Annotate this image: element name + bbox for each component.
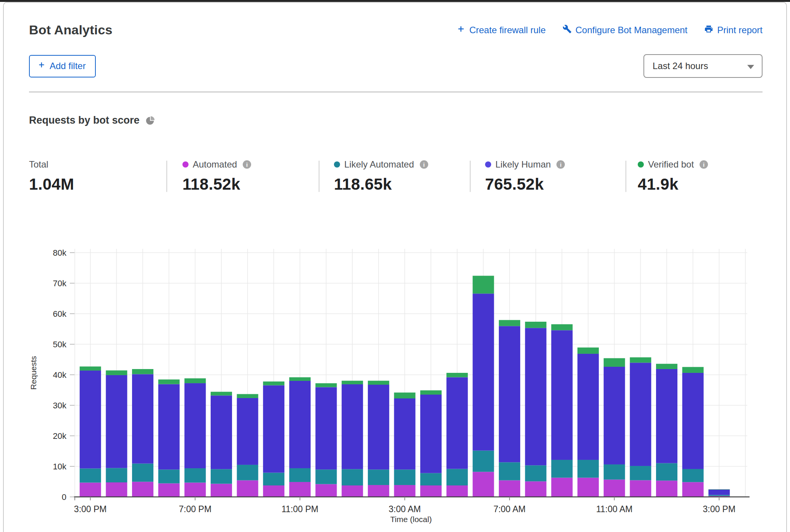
bar-segment-verified_bot[interactable] (263, 382, 284, 385)
bar-segment-automated[interactable] (237, 480, 258, 497)
bar-segment-likely_automated[interactable] (447, 469, 468, 485)
bar-segment-automated[interactable] (80, 483, 101, 497)
bar-segment-verified_bot[interactable] (394, 393, 416, 398)
bar-segment-automated[interactable] (472, 472, 494, 497)
bar-segment-likely_human[interactable] (630, 363, 651, 466)
bar-segment-automated[interactable] (394, 485, 416, 497)
bar-segment-likely_human[interactable] (420, 395, 442, 473)
bar-segment-likely_human[interactable] (447, 377, 468, 469)
bar-segment-automated[interactable] (342, 485, 363, 497)
bar-segment-verified_bot[interactable] (211, 392, 232, 396)
bar-segment-automated[interactable] (604, 480, 625, 497)
bar-segment-verified_bot[interactable] (80, 366, 101, 371)
bar-segment-automated[interactable] (132, 482, 153, 497)
add-filter-button[interactable]: Add filter (29, 55, 96, 77)
bar-segment-likely_automated[interactable] (158, 469, 180, 483)
bar-segment-likely_human[interactable] (708, 490, 730, 495)
bar-segment-verified_bot[interactable] (184, 378, 206, 383)
bar-segment-likely_human[interactable] (132, 374, 153, 463)
bar-segment-automated[interactable] (184, 483, 206, 497)
bar-segment-likely_automated[interactable] (630, 466, 651, 480)
info-icon[interactable]: i (700, 160, 708, 169)
bar-segment-verified_bot[interactable] (525, 322, 547, 328)
bar-segment-verified_bot[interactable] (708, 489, 730, 490)
bar-segment-likely_human[interactable] (551, 330, 572, 460)
info-icon[interactable]: i (243, 160, 251, 169)
bar-segment-verified_bot[interactable] (420, 390, 442, 395)
bar-segment-likely_automated[interactable] (106, 468, 127, 482)
bar-segment-likely_human[interactable] (289, 381, 311, 468)
bar-segment-verified_bot[interactable] (682, 367, 704, 373)
bar-segment-automated[interactable] (499, 480, 520, 497)
bar-segment-likely_human[interactable] (158, 384, 180, 470)
bar-segment-likely_automated[interactable] (289, 468, 311, 482)
bar-segment-likely_automated[interactable] (708, 495, 730, 496)
bar-segment-verified_bot[interactable] (577, 348, 599, 354)
bar-segment-verified_bot[interactable] (237, 394, 258, 398)
bar-segment-automated[interactable] (420, 485, 442, 497)
bar-segment-verified_bot[interactable] (106, 371, 127, 375)
bar-segment-verified_bot[interactable] (447, 373, 468, 377)
bar-segment-likely_human[interactable] (604, 367, 625, 464)
bar-segment-verified_bot[interactable] (158, 379, 180, 384)
bar-segment-likely_human[interactable] (525, 328, 547, 465)
bar-segment-likely_automated[interactable] (525, 465, 547, 481)
info-icon[interactable]: i (556, 160, 565, 169)
bar-segment-verified_bot[interactable] (630, 357, 651, 363)
bar-segment-likely_human[interactable] (394, 398, 416, 469)
bar-segment-likely_human[interactable] (316, 387, 337, 469)
bar-segment-verified_bot[interactable] (499, 320, 520, 326)
time-range-select[interactable]: Last 24 hours (643, 54, 763, 78)
bar-segment-likely_human[interactable] (263, 385, 284, 473)
bar-segment-likely_human[interactable] (184, 383, 206, 468)
bar-segment-verified_bot[interactable] (132, 369, 153, 374)
bar-segment-likely_automated[interactable] (263, 473, 284, 485)
bar-segment-verified_bot[interactable] (342, 381, 363, 384)
bar-segment-automated[interactable] (525, 481, 547, 497)
bar-segment-likely_automated[interactable] (472, 451, 494, 472)
bar-segment-likely_human[interactable] (682, 373, 704, 469)
bar-segment-likely_human[interactable] (577, 354, 599, 460)
bar-segment-likely_human[interactable] (80, 371, 101, 469)
bar-segment-automated[interactable] (551, 478, 572, 497)
bar-segment-likely_automated[interactable] (394, 469, 416, 485)
bar-segment-likely_automated[interactable] (211, 469, 232, 484)
bar-segment-likely_automated[interactable] (656, 463, 677, 481)
bar-segment-automated[interactable] (211, 484, 232, 497)
bar-segment-verified_bot[interactable] (472, 276, 494, 294)
bar-segment-likely_human[interactable] (342, 384, 363, 469)
bar-segment-likely_human[interactable] (237, 398, 258, 465)
bar-segment-likely_human[interactable] (106, 375, 127, 468)
bar-segment-likely_human[interactable] (656, 369, 677, 463)
bar-segment-likely_automated[interactable] (316, 469, 337, 484)
create-firewall-rule-link[interactable]: Create firewall rule (456, 24, 546, 36)
bar-segment-verified_bot[interactable] (289, 377, 311, 381)
bar-segment-verified_bot[interactable] (368, 381, 389, 385)
bar-segment-likely_human[interactable] (472, 293, 494, 450)
print-report-link[interactable]: Print report (704, 24, 763, 36)
bar-segment-likely_automated[interactable] (342, 469, 363, 485)
bar-segment-automated[interactable] (106, 482, 127, 497)
bar-segment-likely_automated[interactable] (132, 464, 153, 482)
bar-segment-automated[interactable] (263, 485, 284, 497)
info-icon[interactable]: i (420, 160, 428, 169)
bar-segment-likely_human[interactable] (211, 395, 232, 469)
bar-segment-likely_automated[interactable] (551, 460, 572, 478)
bar-segment-likely_automated[interactable] (237, 465, 258, 480)
bar-segment-automated[interactable] (656, 480, 677, 497)
bar-segment-likely_automated[interactable] (80, 469, 101, 483)
bar-segment-automated[interactable] (316, 484, 337, 497)
bar-segment-automated[interactable] (577, 478, 599, 497)
bar-segment-likely_automated[interactable] (577, 460, 599, 478)
bar-segment-likely_automated[interactable] (499, 462, 520, 480)
bar-segment-automated[interactable] (158, 484, 180, 497)
bar-segment-likely_automated[interactable] (184, 468, 206, 483)
bar-segment-automated[interactable] (682, 482, 704, 497)
bar-segment-likely_automated[interactable] (682, 469, 704, 482)
bar-segment-likely_automated[interactable] (604, 464, 625, 480)
configure-bot-management-link[interactable]: Configure Bot Management (563, 24, 688, 36)
bar-segment-likely_human[interactable] (499, 326, 520, 462)
bar-segment-likely_automated[interactable] (420, 473, 442, 485)
bar-segment-automated[interactable] (368, 485, 389, 497)
bar-segment-verified_bot[interactable] (656, 364, 677, 369)
